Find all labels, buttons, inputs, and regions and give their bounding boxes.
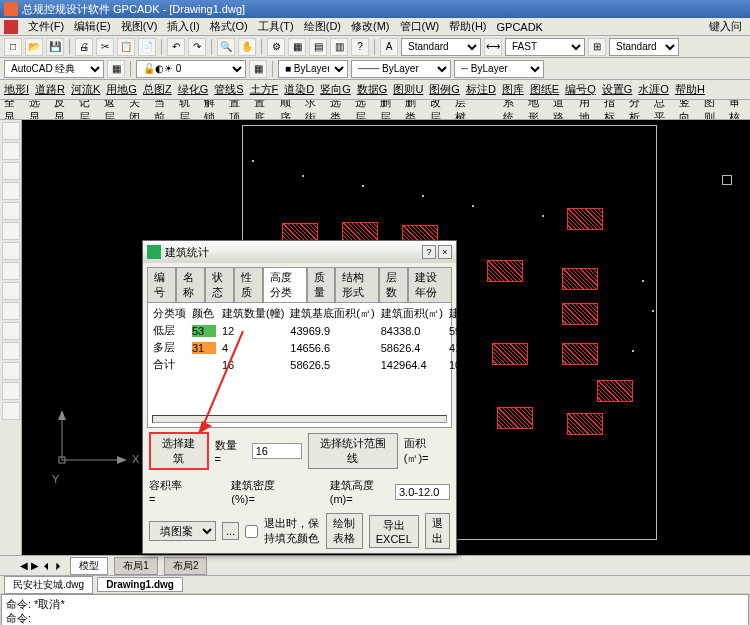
undo-icon[interactable]: ↶	[167, 38, 185, 56]
linetype-combo[interactable]: ─── ByLayer	[351, 60, 451, 78]
height-input[interactable]	[395, 484, 450, 500]
tool-icon[interactable]: ⚙	[267, 38, 285, 56]
r3-18[interactable]: 水涯O	[638, 82, 669, 97]
fill-options-button[interactable]: ...	[222, 522, 239, 540]
circle-icon[interactable]	[2, 162, 20, 180]
menu-draw[interactable]: 绘图(D)	[300, 19, 345, 34]
mtext-icon[interactable]	[2, 402, 20, 420]
building[interactable]	[562, 268, 598, 290]
pan-icon[interactable]: ✋	[238, 38, 256, 56]
dlgtab-1[interactable]: 名称	[176, 267, 205, 302]
tool3-icon[interactable]: ▤	[309, 38, 327, 56]
exit-button[interactable]: 退出	[425, 513, 450, 549]
help-icon[interactable]: ?	[351, 38, 369, 56]
r4l-4[interactable]: 返层	[104, 100, 121, 120]
count-input[interactable]	[252, 443, 302, 459]
r4r-6[interactable]: 总平	[654, 100, 671, 120]
color-swatch[interactable]: 31	[192, 342, 216, 354]
r3-17[interactable]: 设置G	[602, 82, 633, 97]
tab-layout1[interactable]: 布局1	[114, 557, 158, 575]
r4l-18[interactable]: 层树	[455, 100, 472, 120]
r4r-2[interactable]: 道路	[553, 100, 570, 120]
r3-8[interactable]: 道染D	[284, 82, 314, 97]
r4l-1[interactable]: 选显	[29, 100, 46, 120]
r3-14[interactable]: 图库	[502, 82, 524, 97]
r4l-8[interactable]: 解锁	[204, 100, 221, 120]
building[interactable]	[567, 413, 603, 435]
building[interactable]	[497, 407, 533, 429]
table-row[interactable]: 低层 53 1243969.9 84338.059.0	[150, 322, 522, 339]
cut-icon[interactable]: ✂	[96, 38, 114, 56]
r3-16[interactable]: 编号Q	[565, 82, 596, 97]
tab-model[interactable]: 模型	[70, 557, 108, 575]
dlgtab-2[interactable]: 状态	[205, 267, 234, 302]
menu-tools[interactable]: 工具(T)	[254, 19, 298, 34]
menu-view[interactable]: 视图(V)	[117, 19, 162, 34]
point-icon[interactable]	[2, 302, 20, 320]
r4r-4[interactable]: 指标	[604, 100, 621, 120]
new-icon[interactable]: □	[4, 38, 22, 56]
r4l-2[interactable]: 反显	[54, 100, 71, 120]
save-icon[interactable]: 💾	[46, 38, 64, 56]
help-icon[interactable]: ?	[422, 245, 436, 259]
r4r-7[interactable]: 竖向	[679, 100, 696, 120]
menu-file[interactable]: 文件(F)	[24, 19, 68, 34]
r4l-11[interactable]: 顺序	[280, 100, 297, 120]
r4l-3[interactable]: 记层	[79, 100, 96, 120]
dlgtab-0[interactable]: 编号	[147, 267, 176, 302]
r4l-6[interactable]: 当前	[154, 100, 171, 120]
r4l-12[interactable]: 求街	[305, 100, 322, 120]
r4l-15[interactable]: 删层	[380, 100, 397, 120]
dialog-titlebar[interactable]: 建筑统计 ? ×	[143, 241, 456, 263]
dlgtab-8[interactable]: 建设年份	[408, 267, 452, 302]
dlgtab-6[interactable]: 结构形式	[335, 267, 379, 302]
r3-7[interactable]: 土方F	[250, 82, 279, 97]
building[interactable]	[487, 260, 523, 282]
r4l-5[interactable]: 关闭	[129, 100, 146, 120]
table2-icon[interactable]	[2, 382, 20, 400]
menu-modify[interactable]: 修改(M)	[347, 19, 394, 34]
r3-0[interactable]: 地形I	[4, 82, 29, 97]
r4r-1[interactable]: 地形	[528, 100, 545, 120]
r3-4[interactable]: 总图Z	[143, 82, 172, 97]
color-swatch[interactable]: 53	[192, 325, 216, 337]
region-icon[interactable]	[2, 362, 20, 380]
r4r-5[interactable]: 分析	[629, 100, 646, 120]
menu-help[interactable]: 帮助(H)	[445, 19, 490, 34]
dlgtab-5[interactable]: 质量	[307, 267, 336, 302]
lineweight-combo[interactable]: ─ ByLayer	[454, 60, 544, 78]
tool2-icon[interactable]: ▦	[288, 38, 306, 56]
line-icon[interactable]	[2, 122, 20, 140]
tool4-icon[interactable]: ▥	[330, 38, 348, 56]
r3-3[interactable]: 用地G	[106, 82, 137, 97]
menu-format[interactable]: 格式(O)	[206, 19, 252, 34]
command-window[interactable]: 命令: *取消* 命令: 选择需要统计的建筑:指定对角点: 找到 16 个 选择…	[1, 594, 749, 625]
r3-11[interactable]: 图则U	[393, 82, 423, 97]
menu-gpcadk[interactable]: GPCADK	[493, 21, 547, 33]
r3-12[interactable]: 图例G	[429, 82, 460, 97]
dim2-icon[interactable]	[2, 262, 20, 280]
dlgtab-7[interactable]: 层数	[379, 267, 408, 302]
close-icon[interactable]: ×	[438, 245, 452, 259]
menu-insert[interactable]: 插入(I)	[163, 19, 203, 34]
r3-15[interactable]: 图纸E	[530, 82, 559, 97]
paste-icon[interactable]: 📄	[138, 38, 156, 56]
export-excel-button[interactable]: 导出EXCEL	[369, 515, 419, 548]
dlgtab-4[interactable]: 高度分类	[263, 267, 307, 302]
tab-layout2[interactable]: 布局2	[164, 557, 208, 575]
ftab-1[interactable]: Drawing1.dwg	[97, 577, 183, 592]
dlgtab-3[interactable]: 性质	[234, 267, 263, 302]
table-scrollbar[interactable]	[152, 415, 447, 423]
r4l-10[interactable]: 置底	[254, 100, 271, 120]
block-icon[interactable]	[2, 282, 20, 300]
table-icon[interactable]: ⊞	[588, 38, 606, 56]
r4r-9[interactable]: 审核	[729, 100, 746, 120]
menu-search[interactable]: 键入问	[705, 19, 746, 34]
r3-9[interactable]: 竖向G	[320, 82, 351, 97]
r4r-3[interactable]: 用地	[579, 100, 596, 120]
table-row[interactable]: 合计 1658626.5 142964.4100.0	[150, 356, 522, 373]
keep-fill-checkbox[interactable]	[245, 525, 258, 538]
r3-13[interactable]: 标注D	[466, 82, 496, 97]
polyline-icon[interactable]	[2, 142, 20, 160]
select-range-button[interactable]: 选择统计范围线	[308, 433, 398, 469]
